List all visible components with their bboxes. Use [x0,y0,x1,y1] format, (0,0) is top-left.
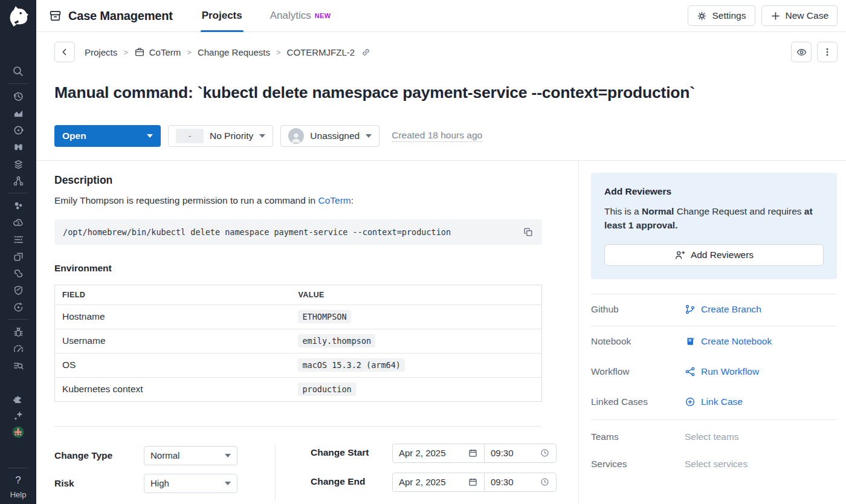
breadcrumb-row: Projects > CoTerm > Change Requests > CO… [36,32,846,62]
datadog-logo[interactable] [5,2,31,28]
gear-icon [697,11,707,21]
case-management-active-icon[interactable] [0,424,36,441]
environment-heading: Environment [54,263,542,274]
eye-icon [796,47,807,58]
link-case-link[interactable]: Link Case [685,396,743,407]
cloud-cost-icon[interactable]: $ [0,214,36,231]
change-start-time-input[interactable]: 09:30 [485,444,556,462]
chevron-down-icon [259,134,265,138]
metrics-icon[interactable] [0,105,36,121]
coterm-link[interactable]: CoTerm [318,195,351,205]
help-label[interactable]: Help [10,490,27,499]
doc-search-icon[interactable] [0,357,36,374]
log-indexes-icon[interactable] [0,231,36,248]
divider [275,444,276,502]
new-case-button[interactable]: New Case [761,5,838,26]
software-catalog-icon[interactable] [0,248,36,265]
create-notebook-link[interactable]: Create Notebook [685,336,772,347]
search-icon[interactable] [0,63,36,80]
breadcrumb-change-requests[interactable]: Change Requests [198,47,270,57]
right-rail: Add Reviewers This is a Normal Change Re… [579,161,846,504]
teams-row: Teams Select teams [591,420,837,447]
tab-analytics[interactable]: Analytics NEW [269,0,332,32]
chevron-down-icon [225,454,231,457]
sparkles-icon[interactable] [0,407,36,424]
linked-cases-row: Linked Cases Link Case [591,387,837,417]
risk-label: Risk [54,478,144,489]
select-services-field[interactable]: Select services [685,459,748,470]
breadcrumb-case-id[interactable]: COTERMJFZL-2 [287,47,355,57]
change-end-time-input[interactable]: 09:30 [485,473,556,491]
change-start-date-input[interactable]: Apr 2, 2025 [393,444,485,462]
add-reviewers-button[interactable]: Add Reviewers [604,244,824,266]
shield-icon[interactable] [0,282,36,299]
copy-button[interactable] [523,227,534,237]
clock-icon [540,477,550,487]
main-content: Description Emily Thompson is requesting… [36,161,579,504]
help-icon[interactable]: ? [0,472,36,489]
service-map-icon[interactable] [0,172,36,189]
back-button[interactable] [54,42,75,62]
environment-table: FIELD VALUE Hostname ETHOMPSON Username … [54,285,542,402]
puzzle-icon[interactable] [0,390,36,407]
gauge-icon[interactable] [0,340,36,357]
case-title: Manual command: `kubectl delete namespac… [36,73,846,105]
notebook-label: Notebook [591,336,685,347]
table-row: OS macOS 15.3.2 (arm64) [55,353,542,377]
workflow-icon [685,366,696,377]
chevron-down-icon [147,134,153,138]
apm-icon[interactable] [0,121,36,138]
git-branch-icon [685,304,696,315]
risk-select[interactable]: High [144,474,237,493]
value-chip: production [298,383,355,396]
watch-button[interactable] [791,42,812,62]
workflow-row: Workflow Run Workflow [591,357,837,387]
change-type-select[interactable]: Normal [144,446,237,465]
top-header: Case Management Projects Analytics NEW S… [36,0,846,32]
breadcrumb-projects[interactable]: Projects [85,47,117,57]
value-chip: emily.thompson [298,334,375,347]
services-row: Services Select services [591,447,837,470]
notebook-icon [685,336,696,347]
services-label: Services [591,459,685,470]
bug-icon[interactable] [0,323,36,340]
plus-circle-icon [685,396,696,407]
column-header-field: FIELD [55,285,291,305]
status-row: Open - No Priority Unassigned Created 18… [36,115,846,160]
history-icon[interactable] [0,88,36,105]
table-row: Kubernetes context production [55,377,542,401]
create-branch-link[interactable]: Create Branch [685,304,761,315]
description-text: Emily Thompson is requesting permission … [54,195,542,206]
plus-icon [770,11,781,21]
priority-dropdown[interactable]: - No Priority [168,125,273,147]
refresh-star-icon[interactable] [0,299,36,315]
chain-icon[interactable] [0,265,36,282]
value-chip: macOS 15.3.2 (arm64) [298,358,405,372]
tab-projects[interactable]: Projects [201,0,244,32]
assignee-dropdown[interactable]: Unassigned [280,125,379,147]
briefcase-icon [134,47,145,57]
more-actions-button[interactable] [817,42,838,62]
settings-button[interactable]: Settings [688,5,755,26]
table-row: Username emily.thompson [55,329,542,353]
calendar-icon [468,448,478,458]
column-header-value: VALUE [291,285,541,305]
change-end-date-input[interactable]: Apr 2, 2025 [393,473,485,491]
link-icon[interactable] [361,47,371,57]
layers-icon[interactable] [0,155,36,172]
created-timestamp: Created 18 hours ago [392,130,482,142]
svg-text:$: $ [17,220,20,225]
table-row: Hostname ETHOMPSON [55,305,542,329]
binoculars-icon[interactable] [0,138,36,155]
breadcrumb: Projects > CoTerm > Change Requests > CO… [85,47,371,57]
select-teams-field[interactable]: Select teams [685,431,739,442]
status-dropdown[interactable]: Open [54,125,161,147]
hexagons-icon[interactable] [0,197,36,214]
page-title: Case Management [68,9,173,23]
person-plus-icon [674,250,685,260]
run-workflow-link[interactable]: Run Workflow [685,366,759,377]
change-form: Change Type Normal Risk High [54,444,542,502]
teams-label: Teams [591,431,685,442]
divider [54,426,542,427]
breadcrumb-project[interactable]: CoTerm [134,47,181,57]
